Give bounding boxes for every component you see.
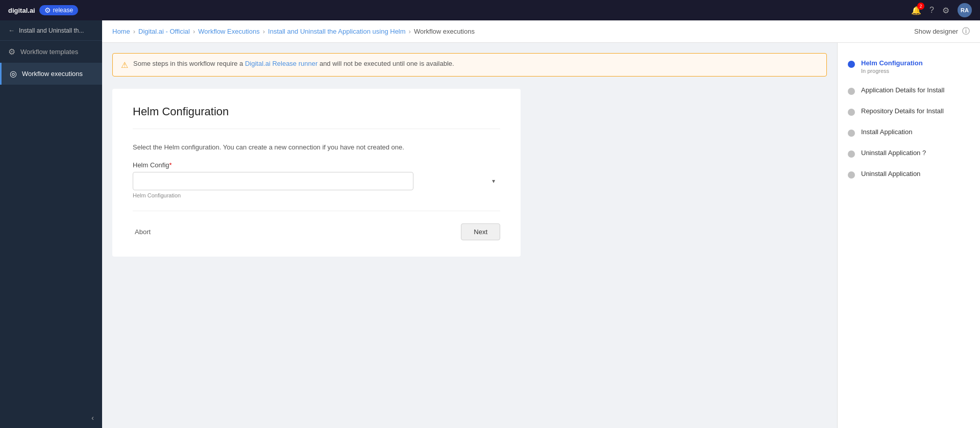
helm-config-select-wrapper: ▾ bbox=[133, 172, 500, 190]
right-panel: Helm ConfigurationIn progressApplication… bbox=[837, 43, 980, 428]
step-info-app-details: Application Details for Install bbox=[861, 86, 944, 94]
form-card: Helm Configuration Select the Helm confi… bbox=[112, 89, 521, 257]
breadcrumb-sep-3: › bbox=[263, 28, 265, 35]
settings-icon[interactable]: ⚙ bbox=[942, 6, 949, 15]
show-designer-button[interactable]: Show designer bbox=[914, 28, 958, 35]
warning-text: Some steps in this workflow require a Di… bbox=[133, 60, 454, 67]
helm-config-hint: Helm Configuration bbox=[133, 192, 500, 198]
form-desc-text: Select the Helm configuration. You can c… bbox=[133, 143, 404, 151]
step-dot-uninstall-app bbox=[848, 171, 855, 179]
form-actions: Abort Next bbox=[133, 223, 500, 240]
step-dot-uninstall-app-q bbox=[848, 150, 855, 158]
release-label: release bbox=[53, 7, 73, 14]
back-arrow-icon: ← bbox=[8, 27, 15, 34]
warning-text-before: Some steps in this workflow require a bbox=[133, 60, 245, 67]
step-item-uninstall-app[interactable]: Uninstall Application bbox=[838, 164, 980, 185]
form-area: ⚠ Some steps in this workflow require a … bbox=[102, 43, 837, 428]
step-info-uninstall-app: Uninstall Application bbox=[861, 170, 920, 178]
step-title-app-details: Application Details for Install bbox=[861, 86, 944, 94]
breadcrumb-help-icon[interactable]: ⓘ bbox=[962, 27, 970, 36]
step-dot-helm-config bbox=[848, 61, 855, 68]
sidebar-back-title: Install and Uninstall th... bbox=[19, 27, 84, 34]
breadcrumb-sep-2: › bbox=[193, 28, 195, 35]
step-info-repo-details: Repository Details for Install bbox=[861, 107, 944, 115]
breadcrumb: Home › Digital.ai - Official › Workflow … bbox=[112, 28, 475, 35]
step-item-app-details[interactable]: Application Details for Install bbox=[838, 80, 980, 101]
notification-icon[interactable]: 🔔 2 bbox=[911, 6, 921, 15]
sidebar-back[interactable]: ← Install and Uninstall th... bbox=[0, 20, 102, 41]
next-button[interactable]: Next bbox=[461, 223, 500, 240]
sidebar-collapse-button[interactable]: ‹ bbox=[0, 408, 102, 428]
warning-banner: ⚠ Some steps in this workflow require a … bbox=[112, 53, 827, 77]
step-title-repo-details: Repository Details for Install bbox=[861, 107, 944, 115]
step-item-helm-config[interactable]: Helm ConfigurationIn progress bbox=[838, 53, 980, 80]
sidebar-nav: ⚙ Workflow templates ◎ Workflow executio… bbox=[0, 41, 102, 408]
form-title: Helm Configuration bbox=[133, 105, 500, 129]
content-area: ⚠ Some steps in this workflow require a … bbox=[102, 43, 980, 428]
breadcrumb-install-uninstall[interactable]: Install and Uninstall the Application us… bbox=[268, 28, 406, 35]
warning-text-after: and will not be executed until one is av… bbox=[317, 60, 454, 67]
collapse-icon: ‹ bbox=[91, 414, 94, 422]
step-info-install-app: Install Application bbox=[861, 128, 912, 136]
breadcrumb-bar: Home › Digital.ai - Official › Workflow … bbox=[102, 20, 980, 43]
sidebar-item-workflow-executions[interactable]: ◎ Workflow executions bbox=[0, 63, 102, 85]
abort-button[interactable]: Abort bbox=[133, 224, 153, 240]
helm-config-select[interactable] bbox=[133, 172, 413, 190]
step-title-install-app: Install Application bbox=[861, 128, 912, 136]
helm-config-group: Helm Config* ▾ Helm Configuration bbox=[133, 161, 500, 198]
step-dot-repo-details bbox=[848, 109, 855, 116]
notification-count: 2 bbox=[917, 3, 924, 10]
form-divider bbox=[133, 211, 500, 211]
step-title-helm-config: Helm Configuration bbox=[861, 59, 923, 67]
step-title-uninstall-app-q: Uninstall Application ? bbox=[861, 149, 926, 157]
workflow-executions-icon: ◎ bbox=[10, 69, 17, 79]
help-icon[interactable]: ? bbox=[929, 6, 934, 15]
logo-text: digital.ai bbox=[8, 7, 35, 14]
step-dot-app-details bbox=[848, 88, 855, 95]
step-info-helm-config: Helm ConfigurationIn progress bbox=[861, 59, 923, 74]
sidebar: ← Install and Uninstall th... ⚙ Workflow… bbox=[0, 20, 102, 428]
breadcrumb-workflow-executions[interactable]: Workflow Executions bbox=[198, 28, 259, 35]
top-navigation: digital.ai ⚙ release 🔔 2 ? ⚙ RA bbox=[0, 0, 980, 20]
step-subtitle-helm-config: In progress bbox=[861, 68, 923, 74]
chevron-down-icon: ▾ bbox=[492, 178, 495, 185]
sidebar-item-workflow-templates[interactable]: ⚙ Workflow templates bbox=[0, 41, 102, 63]
step-item-repo-details[interactable]: Repository Details for Install bbox=[838, 101, 980, 122]
step-item-uninstall-app-q[interactable]: Uninstall Application ? bbox=[838, 143, 980, 164]
topnav-left: digital.ai ⚙ release bbox=[8, 5, 78, 15]
workflow-templates-icon: ⚙ bbox=[8, 47, 15, 57]
breadcrumb-right: Show designer ⓘ bbox=[914, 27, 970, 36]
sidebar-item-label-workflow-templates: Workflow templates bbox=[20, 48, 78, 56]
breadcrumb-sep-1: › bbox=[133, 28, 135, 35]
step-info-uninstall-app-q: Uninstall Application ? bbox=[861, 149, 926, 157]
sidebar-item-label-workflow-executions: Workflow executions bbox=[22, 70, 83, 78]
form-description: Select the Helm configuration. You can c… bbox=[133, 143, 500, 151]
avatar[interactable]: RA bbox=[958, 3, 972, 17]
helm-config-label: Helm Config* bbox=[133, 161, 500, 169]
logo: digital.ai bbox=[8, 7, 35, 14]
step-title-uninstall-app: Uninstall Application bbox=[861, 170, 920, 178]
warning-icon: ⚠ bbox=[121, 60, 128, 70]
breadcrumb-current: Workflow executions bbox=[414, 28, 475, 35]
required-indicator: * bbox=[169, 161, 172, 169]
breadcrumb-official[interactable]: Digital.ai - Official bbox=[138, 28, 190, 35]
breadcrumb-home[interactable]: Home bbox=[112, 28, 130, 35]
step-item-install-app[interactable]: Install Application bbox=[838, 122, 980, 143]
step-dot-install-app bbox=[848, 130, 855, 137]
breadcrumb-sep-4: › bbox=[409, 28, 411, 35]
release-badge: ⚙ release bbox=[39, 5, 78, 15]
topnav-right: 🔔 2 ? ⚙ RA bbox=[911, 3, 972, 17]
warning-runner-link[interactable]: Digital.ai Release runner bbox=[245, 60, 317, 67]
main-content: Home › Digital.ai - Official › Workflow … bbox=[102, 20, 980, 428]
